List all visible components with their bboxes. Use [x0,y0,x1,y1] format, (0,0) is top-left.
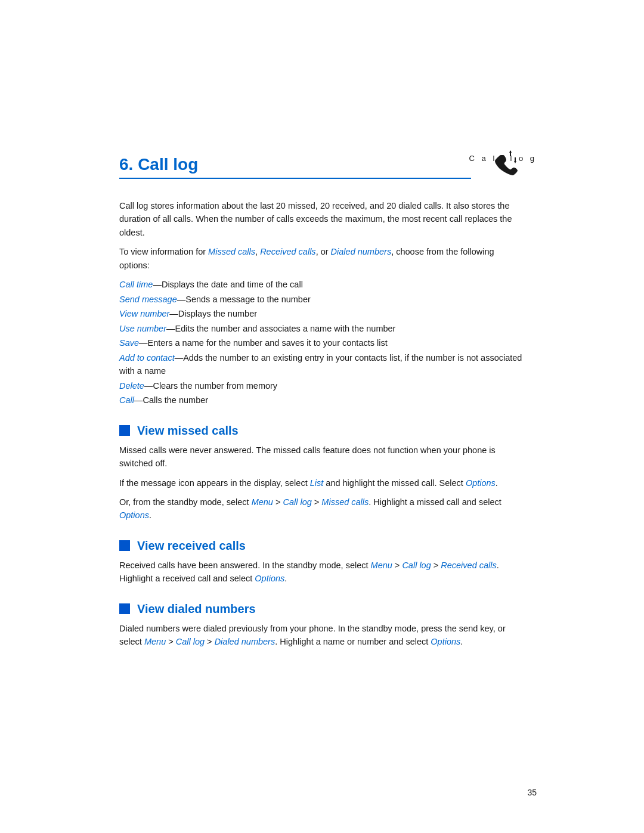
inline-text: . [149,510,151,520]
chapter-number: 6. [119,155,133,174]
inline-text: and highlight the missed call. Select [323,478,466,488]
inline-text: . Highlight a name or number and select [275,637,431,646]
inline-link: Received calls [441,561,497,570]
def-term: View number [119,309,169,318]
def-desc: —Displays the date and time of the call [153,280,302,289]
def-term: Use number [119,324,166,333]
inline-text: . [460,637,463,646]
sections-container: View missed callsMissed calls were never… [119,424,525,649]
blue-square-icon [119,603,130,614]
def-desc: —Calls the number [134,395,208,405]
section-heading-view-received-calls: View received calls [119,539,525,553]
def-item: Use number—Edits the number and associat… [119,322,525,335]
section-title: View received calls [137,539,246,553]
chapter-label: C a l l l o g [469,154,537,163]
def-term: Add to contact [119,353,175,363]
def-term: Delete [119,381,144,391]
inline-text: . [284,574,287,583]
dialed-numbers-link1: Dialed numbers [331,247,392,256]
chapter-heading-row: 6. Call log [119,155,525,186]
section-para: Dialed numbers were dialed previously fr… [119,622,525,649]
inline-text: > [273,497,283,507]
page-number: 35 [527,788,537,797]
def-item: Call time—Displays the date and time of … [119,278,525,291]
def-desc: —Sends a message to the number [177,295,311,304]
def-desc: —Clears the number from memory [144,381,277,391]
inline-text: > [392,561,402,570]
inline-text: > [205,637,215,646]
section-para: If the message icon appears in the displ… [119,476,525,490]
def-desc: —Adds the number to an existing entry in… [119,353,522,376]
def-item: Add to contact—Adds the number to an exi… [119,351,525,378]
content-area: 6. Call log Call log s [107,0,537,702]
def-item: View number—Displays the number [119,307,525,320]
intro-para1: Call log stores information about the la… [119,199,525,239]
section-para: Or, from the standby mode, select Menu >… [119,496,525,522]
inline-link: Options [431,637,460,646]
inline-link: Options [255,574,284,583]
inline-link: Options [119,510,149,520]
inline-link: Call log [283,497,311,507]
def-item: Delete—Clears the number from memory [119,379,525,392]
def-term: Call time [119,280,153,289]
section-title: View dialed numbers [137,602,256,616]
section-para: Missed calls were never answered. The mi… [119,444,525,470]
inline-link: Call log [176,637,205,646]
inline-link: Menu [252,497,273,507]
chapter-name: Call log [138,155,198,174]
missed-calls-link1: Missed calls [208,247,255,256]
inline-text: > [431,561,441,570]
intro-sep1: , [255,247,260,256]
inline-link: Call log [402,561,431,570]
blue-square-icon [119,540,130,551]
def-term: Save [119,338,139,348]
inline-text: . Highlight a missed call and select [369,497,501,507]
section-title: View missed calls [137,424,239,438]
inline-link: Options [466,478,496,488]
intro-para2: To view information for Missed calls, Re… [119,245,525,272]
def-desc: —Displays the number [169,309,257,318]
inline-link: List [310,478,324,488]
section-heading-view-missed-calls: View missed calls [119,424,525,438]
def-term: Call [119,395,134,405]
inline-text: > [166,637,176,646]
section-para: Received calls have been answered. In th… [119,559,525,586]
intro-sep2: , or [316,247,331,256]
inline-text: . [496,478,498,488]
def-item: Call—Calls the number [119,394,525,407]
inline-link: Menu [371,561,392,570]
inline-link: Missed calls [321,497,369,507]
inline-link: Dialed numbers [215,637,275,646]
def-term: Send message [119,295,177,304]
section-heading-view-dialed-numbers: View dialed numbers [119,602,525,616]
def-desc: —Edits the number and associates a name … [166,324,395,333]
intro-para2-prefix: To view information for [119,247,208,256]
blue-square-icon [119,425,130,436]
inline-text: Received calls have been answered. In th… [119,561,371,570]
def-desc: —Enters a name for the number and saves … [139,338,388,348]
inline-text: Or, from the standby mode, select [119,497,252,507]
def-item: Save—Enters a name for the number and sa… [119,336,525,349]
definitions-list: Call time—Displays the date and time of … [119,278,525,407]
received-calls-link1: Received calls [260,247,316,256]
chapter-title: 6. Call log [119,155,471,179]
inline-text: > [312,497,322,507]
inline-link: Menu [144,637,166,646]
inline-text: If the message icon appears in the displ… [119,478,310,488]
def-item: Send message—Sends a message to the numb… [119,293,525,306]
page-container: C a l l l o g 6. Call log [0,0,644,833]
